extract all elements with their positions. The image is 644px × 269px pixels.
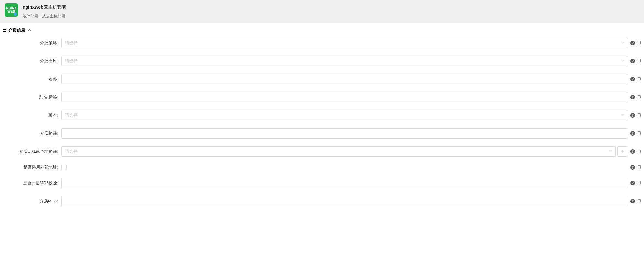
label-alias: 别名/标签: (3, 94, 61, 100)
chevron-down-icon: ▽ (621, 60, 624, 62)
chevron-up-icon (28, 29, 31, 32)
row-version: 版本: 请选择 ▽ ? (3, 110, 641, 120)
help-icon[interactable]: ? (630, 77, 635, 81)
copy-icon[interactable] (637, 131, 641, 135)
label-use-external: 是否采用外部地址: (3, 164, 61, 170)
select-media-repo[interactable]: 请选择 ▽ (61, 56, 628, 66)
copy-icon[interactable] (637, 41, 641, 45)
row-media-strategy: 介质策略: 请选择 ▽ ? (3, 38, 641, 48)
input-enable-md5-wrapper (61, 178, 628, 188)
input-media-md5-wrapper (61, 196, 628, 206)
app-icon: NGINX WEB (5, 3, 18, 17)
input-name[interactable] (65, 74, 624, 84)
help-icon[interactable]: ? (630, 95, 635, 99)
row-media-url: 介质URL或本地路径: 请选择 ▽ + ? (3, 146, 641, 157)
label-version: 版本: (3, 112, 61, 118)
input-media-path[interactable] (65, 129, 624, 138)
section-header[interactable]: 介质信息 (0, 23, 644, 36)
plus-icon: + (621, 149, 624, 154)
section-title: 介质信息 (8, 27, 25, 33)
row-enable-md5: 是否开启MD5校验: ? (3, 178, 641, 188)
row-media-md5: 介质MD5: ? (3, 196, 641, 206)
input-enable-md5[interactable] (65, 178, 624, 188)
input-media-md5[interactable] (65, 196, 624, 206)
copy-icon[interactable] (637, 181, 641, 185)
copy-icon[interactable] (637, 113, 641, 117)
help-icon[interactable]: ? (630, 181, 635, 185)
copy-icon[interactable] (637, 77, 641, 81)
checkbox-use-external[interactable] (61, 165, 67, 170)
row-name: 名称: ? (3, 74, 641, 84)
help-icon[interactable]: ? (630, 59, 635, 63)
chevron-down-icon: ▽ (621, 114, 624, 117)
copy-icon[interactable] (637, 95, 641, 99)
page-header: NGINX WEB nginxweb云主机部署 组件部署：从云主机部署 (0, 0, 644, 23)
input-name-wrapper (61, 74, 628, 84)
input-alias-wrapper (61, 92, 628, 102)
page-subtitle: 组件部署：从云主机部署 (23, 14, 66, 19)
row-alias: 别名/标签: ? (3, 92, 641, 102)
label-media-strategy: 介质策略: (3, 40, 61, 46)
page-title: nginxweb云主机部署 (23, 5, 66, 10)
help-icon[interactable]: ? (630, 149, 635, 154)
help-icon[interactable]: ? (630, 113, 635, 118)
input-media-path-wrapper (61, 128, 628, 139)
help-icon[interactable]: ? (630, 165, 635, 170)
app-icon-badge (14, 12, 17, 16)
header-texts: nginxweb云主机部署 组件部署：从云主机部署 (23, 3, 66, 19)
copy-icon[interactable] (637, 165, 641, 169)
label-media-repo: 介质仓库: (3, 58, 61, 64)
copy-icon[interactable] (637, 199, 641, 203)
row-media-path: 介质路径: ? (3, 128, 641, 139)
help-icon[interactable]: ? (630, 131, 635, 136)
row-use-external: 是否采用外部地址: ? (3, 164, 641, 170)
help-icon[interactable]: ? (630, 199, 635, 203)
select-media-strategy[interactable]: 请选择 ▽ (61, 38, 628, 48)
chevron-down-icon: ▽ (621, 42, 624, 44)
label-media-url: 介质URL或本地路径: (3, 149, 61, 154)
label-enable-md5: 是否开启MD5校验: (3, 180, 61, 186)
help-icon[interactable]: ? (630, 41, 635, 45)
input-alias[interactable] (65, 92, 624, 102)
copy-icon[interactable] (637, 150, 641, 153)
label-media-md5: 介质MD5: (3, 198, 61, 204)
copy-icon[interactable] (637, 59, 641, 63)
add-button[interactable]: + (617, 146, 628, 157)
row-media-repo: 介质仓库: 请选择 ▽ ? (3, 56, 641, 66)
chevron-down-icon: ▽ (609, 150, 612, 153)
form-area: 介质策略: 请选择 ▽ ? 介质仓库: 请选择 ▽ ? 名称: (0, 36, 644, 221)
select-media-url[interactable]: 请选择 ▽ (61, 146, 616, 157)
grid-icon (3, 29, 6, 32)
label-media-path: 介质路径: (3, 130, 61, 136)
select-version[interactable]: 请选择 ▽ (61, 110, 628, 120)
label-name: 名称: (3, 76, 61, 82)
